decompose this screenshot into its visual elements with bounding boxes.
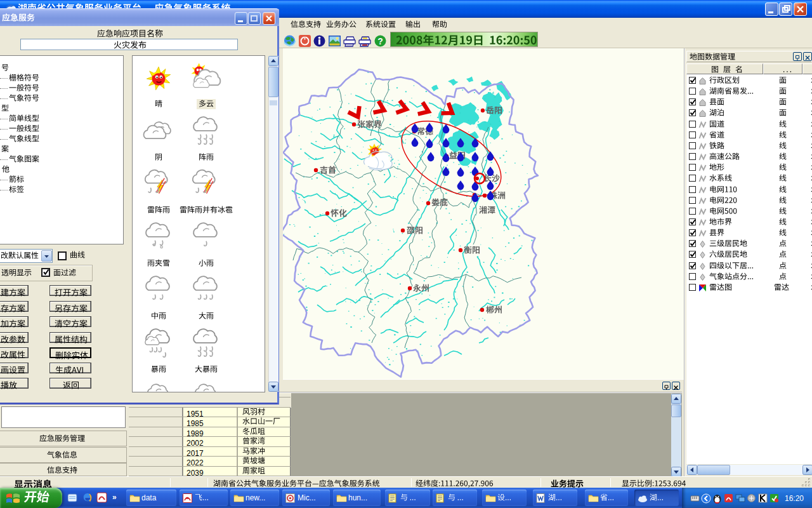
svg-text:?: ? [377, 36, 383, 46]
